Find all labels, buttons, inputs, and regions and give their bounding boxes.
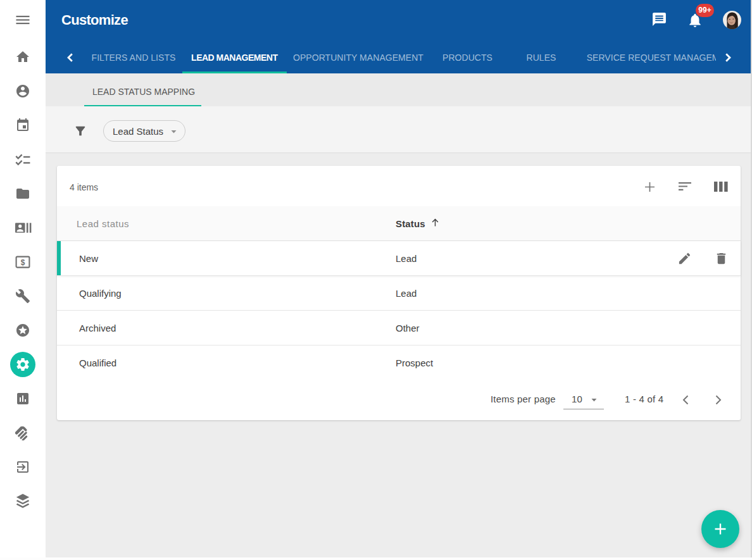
svg-text:$: $	[21, 258, 25, 267]
